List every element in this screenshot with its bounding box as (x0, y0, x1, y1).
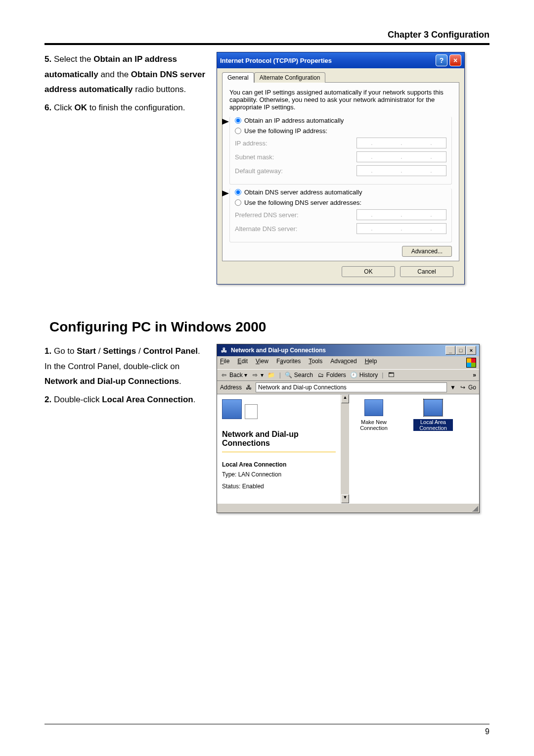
radio-use-ip-label: Use the following IP address: (244, 127, 327, 135)
instructions-2: 1. Go to Start / Settings / Control Pane… (44, 344, 208, 410)
forward-arrow-icon: ⇨ (251, 371, 259, 379)
s2step2-post: . (193, 395, 196, 404)
address-input[interactable] (256, 382, 447, 392)
label-default-gateway: Default gateway: (235, 167, 283, 175)
tab-alternate-configuration[interactable]: Alternate Configuration (254, 72, 326, 83)
item-local-area-connection[interactable]: Local Area Connection (413, 399, 453, 431)
input-alternate-dns[interactable]: ... (356, 223, 446, 234)
radio-use-dns-label: Use the following DNS server addresses: (244, 199, 361, 206)
s2step1-sl1: / (96, 346, 103, 356)
input-default-gateway[interactable]: ... (356, 165, 446, 176)
search-icon: 🔍 (285, 371, 293, 379)
step6-bold: OK (74, 103, 87, 112)
network-connections-window: 🖧 Network and Dial-up Connections _ □ × … (217, 344, 480, 513)
back-button[interactable]: ⇦Back▾ (220, 371, 247, 379)
tcpip-properties-dialog: Internet Protocol (TCP/IP) Properties ? … (217, 52, 465, 284)
input-subnet-mask[interactable]: ... (356, 151, 446, 162)
s2step1-b1: Start (77, 346, 96, 356)
ok-button[interactable]: OK (342, 266, 395, 277)
input-ip-address[interactable]: ... (356, 138, 446, 148)
maximize-icon[interactable]: □ (456, 346, 466, 355)
step5-post: radio buttons. (133, 85, 186, 94)
menu-edit[interactable]: Edit (237, 358, 248, 368)
forward-button[interactable]: ⇨▾ (251, 371, 264, 379)
toolbar-more-icon[interactable]: » (473, 372, 476, 378)
section-tcpip: 5. Select the Obtain an IP address autom… (44, 52, 490, 284)
up-button[interactable]: 📁 (267, 371, 275, 379)
scroll-down-icon[interactable]: ▼ (341, 494, 349, 503)
minimize-icon[interactable]: _ (445, 346, 455, 355)
s2step2-pre: Double-click (54, 395, 102, 404)
window-icon: 🖧 (220, 346, 228, 354)
radio-obtain-dns-auto[interactable] (235, 189, 241, 195)
network-folder-icon (222, 399, 242, 419)
icon-area: Make New Connection Local Area Connectio… (349, 394, 479, 503)
dropdown-icon: ▾ (244, 372, 247, 378)
menu-help[interactable]: Help (365, 358, 377, 368)
go-icon: ↪ (459, 383, 467, 391)
callout-arrow-icon (222, 119, 229, 125)
help-icon[interactable]: ? (436, 54, 447, 66)
label-preferred-dns: Preferred DNS server: (235, 211, 299, 219)
window-title: Network and Dial-up Connections (231, 347, 326, 354)
dialog-description: You can get IP settings assigned automat… (229, 89, 452, 111)
instructions-1: 5. Select the Obtain an IP address autom… (44, 52, 208, 118)
folders-label: Folders (326, 372, 346, 378)
left-pane-type: Type: LAN Connection (222, 471, 336, 478)
s2step1-sl2: / (136, 346, 143, 356)
connection-icon (424, 399, 443, 416)
resize-grip-icon[interactable] (472, 506, 478, 512)
step-num-2: 2. (44, 395, 51, 404)
go-button[interactable]: ↪ Go (459, 383, 476, 391)
cancel-button[interactable]: Cancel (400, 266, 453, 277)
window-titlebar[interactable]: 🖧 Network and Dial-up Connections _ □ × (217, 344, 479, 356)
label-ip-address: IP address: (235, 140, 267, 147)
footer-rule (44, 724, 490, 724)
history-label: History (359, 372, 378, 378)
views-button[interactable]: 🗔 (387, 371, 395, 379)
page-footer: 9 (44, 724, 490, 736)
s2step2-b: Local Area Connection (102, 395, 193, 404)
dialog-titlebar[interactable]: Internet Protocol (TCP/IP) Properties ? … (217, 52, 464, 68)
radio-use-dns[interactable] (235, 199, 241, 206)
search-button[interactable]: 🔍Search (285, 371, 313, 379)
advanced-button[interactable]: Advanced... (402, 246, 452, 257)
input-preferred-dns[interactable]: ... (356, 209, 446, 220)
history-button[interactable]: 🕘History (350, 371, 378, 379)
step-num-5: 5. (44, 54, 51, 64)
step6-pre: Click (54, 103, 75, 112)
left-pane-title: Network and Dial-up Connections (222, 430, 336, 448)
menu-tools[interactable]: Tools (309, 358, 322, 368)
scroll-up-icon[interactable]: ▲ (341, 394, 349, 403)
step5-mid: and the (98, 70, 131, 79)
history-icon: 🕘 (350, 371, 358, 379)
connection-icon (364, 399, 383, 416)
step5-pre: Select the (54, 54, 93, 64)
menu-file[interactable]: File (220, 358, 229, 368)
item-make-new-connection[interactable]: Make New Connection (354, 399, 394, 431)
tab-general[interactable]: General (222, 72, 254, 83)
left-pane-selected: Local Area Connection (222, 461, 336, 468)
menu-favorites[interactable]: Favorites (276, 358, 301, 368)
close-icon[interactable]: × (449, 54, 461, 66)
menu-view[interactable]: View (256, 358, 268, 368)
radio-use-ip[interactable] (235, 128, 241, 134)
s2step1-b4: Network and Dial-up Connections (44, 377, 179, 386)
sheet-icon (245, 404, 258, 419)
address-dropdown-icon[interactable]: ▼ (450, 384, 456, 391)
left-info-pane: Network and Dial-up Connections Local Ar… (217, 394, 341, 503)
address-bar: Address 🖧 ▼ ↪ Go (217, 381, 479, 394)
go-label: Go (468, 384, 476, 391)
back-label: Back (229, 372, 243, 378)
folder-up-icon: 📁 (267, 371, 275, 379)
radio-obtain-ip-auto[interactable] (235, 117, 241, 124)
menu-bar: File Edit View Favorites Tools Advanced … (217, 356, 479, 369)
search-label: Search (294, 372, 313, 378)
menu-advanced[interactable]: Advanced (330, 358, 356, 368)
folders-button[interactable]: 🗂Folders (317, 371, 346, 379)
label-alternate-dns: Alternate DNS server: (235, 225, 297, 233)
close-icon[interactable]: × (466, 346, 476, 355)
callout-arrow-icon (222, 190, 229, 196)
left-pane-scrollbar[interactable]: ▲ ▼ (341, 394, 349, 503)
dialog-title: Internet Protocol (TCP/IP) Properties (220, 57, 332, 64)
